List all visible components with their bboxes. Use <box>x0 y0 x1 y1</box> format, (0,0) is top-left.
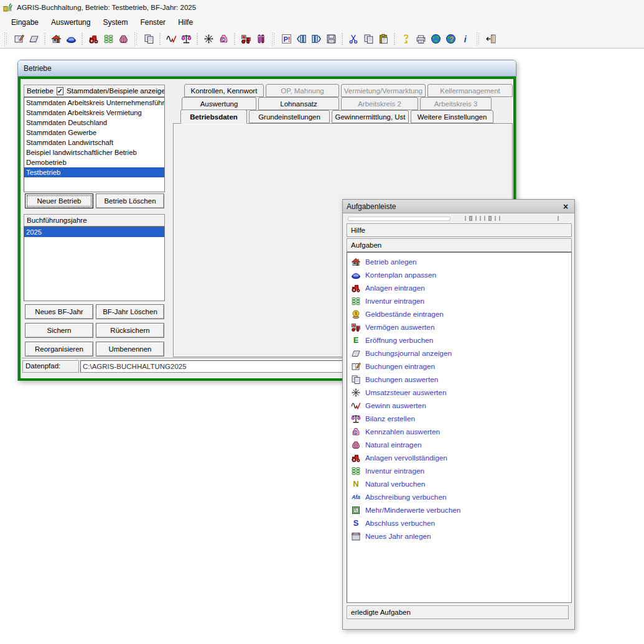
task-bilanz-erstellen[interactable]: Bilanz erstellen <box>347 412 571 425</box>
toolbar-grip[interactable] <box>4 32 7 46</box>
task-kennzahlen-auswerten[interactable]: €Kennzahlen auswerten <box>347 425 571 438</box>
toolbar-grip[interactable] <box>134 32 138 46</box>
globe-icon[interactable] <box>428 32 443 47</box>
tab-auswertung[interactable]: Auswertung <box>182 97 256 110</box>
betrieb-loeschen-button[interactable]: Betrieb Löschen <box>96 194 164 208</box>
task-abschluss-verbuchen[interactable]: SAbschluss verbuchen <box>347 516 571 530</box>
betriebe-list[interactable]: Stammdaten Arbeitskreis Unternehmensführ… <box>24 97 165 192</box>
sack-icon[interactable] <box>116 32 131 47</box>
betriebe-list-item[interactable]: Demobetrieb <box>24 157 164 167</box>
neues-bf-jahr-button[interactable]: Neues BF-Jahr <box>25 304 93 319</box>
paste-icon[interactable] <box>376 32 391 47</box>
chart-icon[interactable] <box>164 32 179 47</box>
inventur-icon <box>351 296 361 306</box>
scissors-icon[interactable] <box>346 32 361 47</box>
tab-lohnansatz[interactable]: Lohnansatz <box>258 97 339 110</box>
task-buchungsjournal-anzeigen[interactable]: Buchungsjournal anzeigen <box>347 347 571 360</box>
betriebe-list-header: Betriebe ✓ Stammdaten/Beispiele anzeigen <box>24 85 165 97</box>
tab-gewinnermittlung-ust[interactable]: Gewinnermittlung, Ust <box>332 110 409 123</box>
copy-icon[interactable] <box>141 32 156 47</box>
datenpfad-label: Datenpfad: <box>22 360 79 373</box>
toolbar-grip[interactable] <box>272 32 275 46</box>
menu-eingabe[interactable]: Eingabe <box>5 16 45 29</box>
panel-grip[interactable] <box>343 213 574 223</box>
task-natural-verbuchen[interactable]: NNatural verbuchen <box>347 477 571 490</box>
betriebe-list-item[interactable]: Beispiel landwirtschaftlicher Betrieb <box>24 147 164 157</box>
bf-jahr-loeschen-button[interactable]: BF-Jahr Löschen <box>96 304 164 319</box>
vermoegen-icon[interactable] <box>238 32 253 47</box>
betriebe-list-item[interactable]: Stammdaten Landwirtschaft <box>24 138 164 147</box>
nav-right-icon[interactable] <box>309 32 324 47</box>
task-anlagen-eintragen[interactable]: Anlagen eintragen <box>347 281 571 294</box>
erledigte-aufgaben-bar[interactable]: erledigte Aufgaben <box>347 605 569 619</box>
aufgaben-bar[interactable]: Aufgaben <box>347 238 572 252</box>
toolbar-grip[interactable] <box>477 32 480 46</box>
betriebe-window-titlebar[interactable]: Betriebe <box>18 60 516 77</box>
copy-icon[interactable] <box>361 32 376 47</box>
neuer-betrieb-button[interactable]: Neuer Betrieb <box>25 194 93 208</box>
task-verm-gen-auswerten[interactable]: Vermögen auswerten <box>347 320 571 334</box>
task-er-ffnung-verbuchen[interactable]: EEröffnung verbuchen <box>347 334 571 347</box>
task-gewinn-auswerten[interactable]: Gewinn auswerten <box>347 399 571 412</box>
menu-system[interactable]: System <box>96 16 134 29</box>
nav-left-icon[interactable] <box>294 32 309 47</box>
menu-auswertung[interactable]: Auswertung <box>45 16 96 29</box>
disk-icon[interactable] <box>324 32 338 47</box>
betriebe-list-header-label: Betriebe <box>27 87 54 95</box>
tab-betriebsdaten[interactable]: Betriebsdaten <box>180 110 247 124</box>
task-abschreibung-verbuchen[interactable]: AfaAbschreibung verbuchen <box>347 490 571 503</box>
task-anlagen-vervollst-ndigen[interactable]: Anlagen vervollständigen <box>347 451 571 464</box>
aufgabenleiste-title: Aufgabenleiste <box>347 202 396 211</box>
task-umsatzsteuer-auswerten[interactable]: Umsatzsteuer auswerten <box>347 386 571 399</box>
info-icon[interactable]: i <box>458 32 473 47</box>
ruecksichern-button[interactable]: Rücksichern <box>96 323 164 338</box>
tubes-icon[interactable] <box>253 32 268 47</box>
betriebe-list-item[interactable]: Stammdaten Gewerbe <box>24 128 164 138</box>
globe-q-icon[interactable]: ? <box>443 32 458 47</box>
umbenennen-button[interactable]: Umbenennen <box>96 342 164 357</box>
p-alert-icon[interactable]: P! <box>279 32 294 47</box>
journal-icon[interactable] <box>26 32 41 47</box>
tab-kontrollen-kennwort[interactable]: Kontrollen, Kennwort <box>184 84 264 97</box>
tractor-icon[interactable] <box>86 32 101 47</box>
reorganisieren-button[interactable]: Reorganisieren <box>25 342 93 357</box>
exit-icon[interactable] <box>483 32 498 47</box>
snowflake-icon[interactable] <box>201 32 216 47</box>
betriebe-list-item[interactable]: Stammdaten Arbeitskreis Unternehmensführ… <box>24 98 164 108</box>
hilfe-bar[interactable]: Hilfe <box>347 223 572 237</box>
menu-hilfe[interactable]: Hilfe <box>172 16 199 29</box>
task-betrieb-anlegen[interactable]: Betrieb anlegen <box>347 255 571 268</box>
task-inventur-eintragen[interactable]: Inventur eintragen <box>347 464 571 477</box>
stammdaten-checkbox[interactable]: ✓ <box>57 87 63 95</box>
kontenplan-icon[interactable] <box>63 32 78 47</box>
task-inventur-eintragen[interactable]: Inventur eintragen <box>347 294 571 307</box>
menu-fenster[interactable]: Fenster <box>134 16 172 29</box>
bf-jahre-list[interactable]: 2025 <box>24 226 165 301</box>
task-label: Buchungen eintragen <box>365 362 435 371</box>
betriebe-list-item[interactable]: Stammdaten Arbeitskreis Vermietung <box>24 108 164 118</box>
tab-grundeinstellungen[interactable]: Grundeinstellungen <box>249 110 330 123</box>
task-list[interactable]: Betrieb anlegenKontenplan anpassenAnlage… <box>347 252 572 603</box>
printer-icon[interactable] <box>413 32 428 47</box>
book-pen-icon[interactable] <box>11 32 26 47</box>
task-kontenplan-anpassen[interactable]: Kontenplan anpassen <box>347 268 571 281</box>
scale-icon[interactable] <box>179 32 194 47</box>
close-icon[interactable]: × <box>561 202 571 212</box>
task-geldbest-nde-eintragen[interactable]: $Geldbestände eintragen <box>347 307 571 320</box>
farm-icon[interactable] <box>49 32 63 47</box>
bag-icon[interactable]: € <box>216 32 231 47</box>
aufgabenleiste-titlebar[interactable]: Aufgabenleiste × <box>343 200 574 213</box>
ribbon-icon[interactable] <box>398 32 413 47</box>
task-buchungen-eintragen[interactable]: Buchungen eintragen <box>347 360 571 373</box>
task-mehr-minderwerte-verbuchen[interactable]: RkMehr/Minderwerte verbuchen <box>347 503 571 516</box>
betriebe-list-item[interactable]: Testbetrieb <box>24 167 164 177</box>
task-natural-eintragen[interactable]: Natural eintragen <box>347 438 571 451</box>
inventur-icon[interactable] <box>101 32 116 47</box>
bf-jahr-list-item[interactable]: 2025 <box>24 227 164 237</box>
task-buchungen-auswerten[interactable]: Buchungen auswerten <box>347 373 571 386</box>
betriebe-list-item[interactable]: Stammdaten Deutschland <box>24 118 164 128</box>
tab-weitere-einstellungen[interactable]: Weitere Einstellungen <box>411 110 493 123</box>
toolbar-separator <box>342 33 343 45</box>
task-neues-jahr-anlegen[interactable]: Neues Jahr anlegen <box>347 530 571 543</box>
sichern-button[interactable]: Sichern <box>25 323 93 338</box>
